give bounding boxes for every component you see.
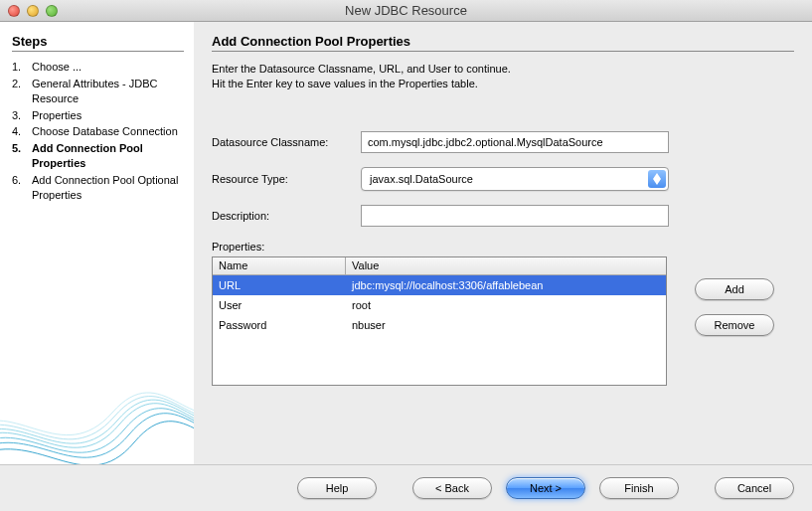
step-number: 1.	[12, 60, 32, 75]
cell-name: Password	[213, 317, 346, 333]
sidebar: Steps 1. Choose ... 2. General Attribute…	[0, 22, 194, 464]
datasource-classname-label: Datasource Classname:	[212, 136, 361, 148]
next-button[interactable]: Next >	[506, 477, 585, 499]
step-item: 1. Choose ...	[12, 60, 184, 75]
step-label: Add Connection Pool Properties	[32, 141, 184, 171]
add-button[interactable]: Add	[695, 278, 774, 300]
titlebar: New JDBC Resource	[0, 0, 812, 22]
step-item: 2. General Attributes - JDBC Resource	[12, 77, 184, 106]
datasource-classname-input[interactable]	[361, 131, 669, 153]
description-label: Description:	[212, 210, 361, 222]
steps-heading: Steps	[12, 34, 184, 52]
remove-button[interactable]: Remove	[695, 314, 774, 336]
finish-button[interactable]: Finish	[599, 477, 679, 499]
properties-body: URL jdbc:mysql://localhost:3306/affableb…	[213, 275, 666, 335]
properties-header: Name Value	[213, 257, 666, 275]
resource-type-select[interactable]: javax.sql.DataSource	[361, 167, 669, 191]
intro-line-2: Hit the Enter key to save values in the …	[212, 77, 794, 91]
step-label: Choose Database Connection	[32, 124, 184, 139]
cell-name: URL	[213, 277, 346, 293]
help-button[interactable]: Help	[297, 477, 377, 499]
properties-buttons: Add Remove	[695, 278, 774, 336]
description-input[interactable]	[361, 205, 669, 227]
step-number: 6.	[12, 173, 32, 203]
datasource-classname-row: Datasource Classname:	[212, 131, 794, 153]
step-label: General Attributes - JDBC Resource	[32, 77, 184, 106]
decorative-waves	[0, 355, 194, 464]
step-item-current: 5. Add Connection Pool Properties	[12, 141, 184, 171]
cancel-button[interactable]: Cancel	[715, 477, 794, 499]
content: Steps 1. Choose ... 2. General Attribute…	[0, 22, 812, 464]
chevron-updown-icon	[648, 170, 666, 188]
step-label: Choose ...	[32, 60, 184, 75]
properties-area: Name Value URL jdbc:mysql://localhost:33…	[212, 256, 794, 386]
intro-line-1: Enter the Datasource Classname, URL, and…	[212, 62, 794, 77]
page-title: Add Connection Pool Properties	[212, 34, 794, 52]
form: Datasource Classname: Resource Type: jav…	[212, 131, 794, 386]
cell-value: jdbc:mysql://localhost:3306/affablebean	[346, 277, 666, 293]
table-row[interactable]: User root	[213, 295, 666, 315]
intro-text: Enter the Datasource Classname, URL, and…	[212, 62, 794, 91]
resource-type-value: javax.sql.DataSource	[370, 173, 473, 185]
step-number: 5.	[12, 141, 32, 171]
properties-table[interactable]: Name Value URL jdbc:mysql://localhost:33…	[212, 256, 667, 386]
window-title: New JDBC Resource	[0, 3, 812, 18]
step-item: 4. Choose Database Connection	[12, 124, 184, 139]
resource-type-label: Resource Type:	[212, 173, 361, 185]
description-row: Description:	[212, 205, 794, 227]
step-item: 3. Properties	[12, 108, 184, 123]
step-number: 3.	[12, 108, 32, 123]
cell-value: root	[346, 297, 666, 313]
column-name-header[interactable]: Name	[213, 257, 346, 274]
main-panel: Add Connection Pool Properties Enter the…	[194, 22, 812, 464]
table-row[interactable]: URL jdbc:mysql://localhost:3306/affableb…	[213, 275, 666, 295]
cell-name: User	[213, 297, 346, 313]
steps-list: 1. Choose ... 2. General Attributes - JD…	[12, 60, 184, 203]
table-row[interactable]: Password nbuser	[213, 315, 666, 335]
step-label: Add Connection Pool Optional Properties	[32, 173, 184, 203]
step-number: 4.	[12, 124, 32, 139]
back-button[interactable]: < Back	[412, 477, 492, 499]
step-item: 6. Add Connection Pool Optional Properti…	[12, 173, 184, 203]
properties-label: Properties:	[212, 241, 794, 253]
wizard-footer: Help < Back Next > Finish Cancel	[0, 464, 812, 510]
step-number: 2.	[12, 77, 32, 106]
step-label: Properties	[32, 108, 184, 123]
column-value-header[interactable]: Value	[346, 257, 666, 274]
resource-type-row: Resource Type: javax.sql.DataSource	[212, 167, 794, 191]
cell-value: nbuser	[346, 317, 666, 333]
